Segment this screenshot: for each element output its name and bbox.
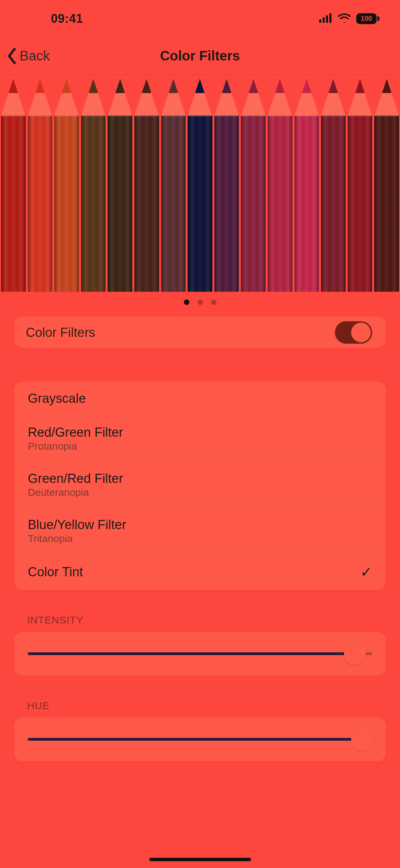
back-label: Back	[20, 48, 50, 64]
hue-slider[interactable]	[28, 732, 372, 747]
filter-preview[interactable]	[0, 75, 400, 292]
filter-label: Color Tint	[28, 565, 83, 579]
pencil	[373, 75, 400, 292]
pencil	[293, 75, 320, 292]
pencil	[213, 75, 240, 292]
filter-sublabel: Tritanopia	[28, 533, 126, 544]
filter-label: Blue/Yellow Filter	[28, 518, 126, 532]
intensity-slider-container	[14, 632, 386, 675]
hue-slider-container	[14, 718, 386, 761]
page-dot[interactable]	[211, 300, 216, 305]
filter-option[interactable]: Blue/Yellow FilterTritanopia	[14, 508, 386, 554]
filter-label: Grayscale	[28, 391, 86, 406]
pencil	[240, 75, 267, 292]
svg-rect-3	[329, 13, 331, 23]
pencil	[133, 75, 160, 292]
slider-thumb[interactable]	[344, 643, 366, 665]
intensity-slider[interactable]	[28, 646, 372, 661]
svg-rect-5	[377, 16, 379, 21]
page-indicator[interactable]	[0, 292, 400, 312]
filter-option[interactable]: Color Tint✓	[14, 554, 386, 590]
slider-thumb[interactable]	[351, 728, 373, 750]
filter-option[interactable]: Grayscale	[14, 382, 386, 415]
pencil	[107, 75, 133, 292]
back-button[interactable]: Back	[7, 48, 50, 64]
page-dot[interactable]	[197, 300, 203, 305]
checkmark-icon: ✓	[360, 564, 372, 580]
filter-label: Red/Green Filter	[28, 425, 123, 440]
filter-sublabel: Deuteranopia	[28, 487, 123, 498]
filter-sublabel: Protanopia	[28, 440, 123, 452]
wifi-icon	[338, 12, 351, 26]
battery-icon: 100	[356, 13, 380, 24]
pencil	[347, 75, 374, 292]
pencil	[80, 75, 107, 292]
filter-option[interactable]: Green/Red FilterDeuteranopia	[14, 462, 386, 508]
pencil	[0, 75, 27, 292]
page-dot[interactable]	[184, 300, 189, 305]
nav-title: Color Filters	[0, 48, 400, 64]
svg-rect-2	[326, 15, 328, 23]
toggle-knob	[351, 323, 371, 342]
pencil	[27, 75, 54, 292]
pencil	[187, 75, 213, 292]
filter-label: Green/Red Filter	[28, 471, 123, 486]
filter-options-group: GrayscaleRed/Green FilterProtanopiaGreen…	[14, 382, 386, 590]
color-filters-toggle-row[interactable]: Color Filters	[14, 321, 386, 344]
status-time: 09:41	[51, 12, 83, 26]
status-indicators: 100	[319, 12, 380, 26]
cellular-icon	[319, 12, 333, 26]
chevron-left-icon	[7, 48, 17, 64]
pencil	[320, 75, 347, 292]
svg-rect-0	[319, 19, 321, 23]
home-indicator[interactable]	[149, 858, 251, 861]
toggle-label: Color Filters	[26, 325, 95, 340]
status-bar: 09:41 100	[0, 0, 400, 37]
filter-option[interactable]: Red/Green FilterProtanopia	[14, 415, 386, 462]
svg-text:100: 100	[361, 15, 372, 22]
svg-rect-1	[323, 17, 325, 23]
pencil	[267, 75, 293, 292]
nav-bar: Back Color Filters	[0, 37, 400, 75]
hue-header: HUE	[27, 700, 373, 711]
pencil	[53, 75, 80, 292]
pencil	[160, 75, 187, 292]
toggle-switch[interactable]	[335, 321, 372, 344]
intensity-header: INTENSITY	[27, 614, 373, 626]
